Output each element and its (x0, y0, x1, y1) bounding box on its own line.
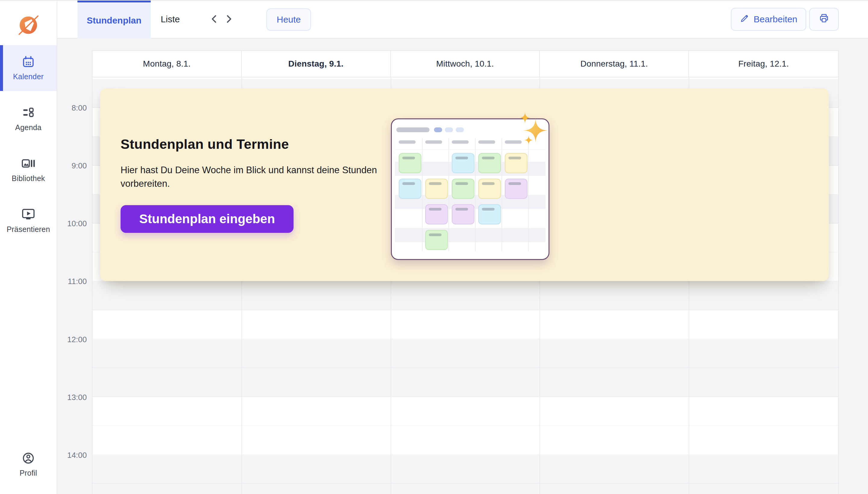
time-slot-row (93, 484, 838, 494)
mini-row-stripe (395, 162, 546, 176)
chevron-left-icon (210, 14, 219, 25)
mini-event-yellow (425, 178, 448, 199)
banner-title: Stundenplan und Termine (121, 136, 829, 152)
mini-event-label-pill (509, 182, 521, 185)
mini-event-purple (505, 178, 528, 199)
time-slot-row (93, 368, 838, 397)
mini-column-line (501, 138, 502, 251)
enter-timetable-button[interactable]: Stundenplan eingeben (121, 205, 294, 233)
mini-toolbar-pill (434, 128, 442, 132)
mini-event-blue (452, 153, 474, 173)
mini-event-label-pill (482, 182, 495, 185)
pencil-icon (740, 14, 749, 25)
tab-label: Stundenplan (87, 15, 142, 25)
mini-event-label-pill (429, 208, 442, 211)
sidebar-item-agenda[interactable]: Agenda (0, 96, 57, 142)
calendar-icon (22, 55, 35, 68)
person-circle-icon (22, 452, 35, 464)
mini-toolbar-pill (396, 128, 429, 132)
mini-event-label-pill (482, 157, 495, 159)
media-library-icon (21, 157, 35, 170)
mini-event-green (399, 153, 421, 173)
mini-column-line (528, 138, 529, 251)
sidebar: Kalender Agenda (0, 0, 57, 494)
active-indicator-bar (0, 45, 3, 91)
banner-body-text: Hier hast Du Deine Woche im Blick und ka… (121, 164, 401, 191)
tab-liste[interactable]: Liste (151, 0, 189, 39)
previous-week-button[interactable] (207, 12, 221, 26)
mini-event-label-pill (429, 182, 442, 185)
time-slot-row (93, 310, 838, 339)
sidebar-item-label: Profil (20, 469, 37, 477)
present-play-monitor-icon (21, 208, 35, 221)
sidebar-item-kalender[interactable]: Kalender (0, 45, 57, 91)
mini-column-line (448, 138, 449, 251)
day-header-4: Freitag, 12.1. (689, 51, 838, 77)
mini-event-label-pill (429, 233, 442, 236)
tab-stundenplan[interactable]: Stundenplan (77, 0, 151, 39)
mini-event-green (452, 178, 474, 199)
mini-event-purple (452, 204, 474, 224)
mini-event-purple (425, 204, 448, 224)
time-slot-row (93, 281, 838, 310)
mini-event-blue (478, 204, 501, 224)
day-header-1: Dienstag, 9.1. (242, 51, 391, 77)
mini-event-label-pill (456, 182, 468, 185)
mini-event-yellow (478, 178, 501, 199)
day-header-2: Mittwoch, 10.1. (391, 51, 540, 77)
today-button-label: Heute (277, 15, 301, 25)
mini-event-blue (399, 178, 421, 199)
sidebar-item-bibliothek[interactable]: Bibliothek (0, 147, 57, 193)
tab-label: Liste (161, 14, 180, 24)
mini-event-label-pill (456, 157, 468, 159)
mini-column-line (422, 138, 423, 251)
mini-toolbar-pill (445, 128, 453, 132)
time-slot-row (93, 397, 838, 426)
mini-event-label-pill (402, 182, 415, 185)
print-button[interactable] (809, 8, 839, 31)
day-header-0: Montag, 8.1. (93, 51, 242, 77)
sidebar-item-profil[interactable]: Profil (0, 443, 57, 486)
time-slot-row (93, 455, 838, 484)
chevron-right-icon (224, 14, 233, 25)
time-slot-row (93, 339, 838, 368)
mini-row-stripe (395, 228, 546, 242)
next-week-button[interactable] (222, 12, 236, 26)
agenda-list-icon (22, 106, 35, 119)
mini-event-label-pill (482, 208, 495, 211)
mini-event-label-pill (402, 157, 415, 159)
mini-column-line (475, 138, 476, 251)
onboarding-banner: Stundenplan und Termine Hier hast Du Dei… (100, 88, 829, 281)
today-button[interactable]: Heute (266, 8, 311, 31)
mini-event-green (478, 153, 501, 173)
mini-event-green (425, 230, 448, 250)
mini-toolbar-pill (456, 128, 464, 132)
sidebar-item-label: Präsentieren (7, 225, 50, 234)
sidebar-item-label: Kalender (13, 72, 44, 81)
topbar: Stundenplan Liste Heute Bearb (57, 0, 868, 39)
time-slot-row (93, 426, 838, 455)
sidebar-spacer (0, 249, 57, 443)
day-header-row: Montag, 8.1.Dienstag, 9.1.Mittwoch, 10.1… (92, 50, 839, 77)
quill-pen-logo-icon (17, 13, 40, 37)
edit-button-label: Bearbeiten (754, 14, 797, 24)
mini-event-label-pill (509, 157, 521, 159)
mini-event-label-pill (456, 208, 468, 211)
sidebar-item-label: Agenda (15, 123, 41, 132)
day-header-3: Donnerstag, 11.1. (540, 51, 689, 77)
edit-button[interactable]: Bearbeiten (731, 8, 806, 31)
app-window: Kalender Agenda (0, 0, 868, 494)
app-logo[interactable] (0, 0, 57, 45)
sidebar-item-label: Bibliothek (12, 174, 45, 183)
mini-event-yellow (505, 153, 528, 173)
mini-row-stripe (395, 195, 546, 209)
sidebar-item-praesentieren[interactable]: Präsentieren (0, 198, 57, 244)
printer-icon (818, 13, 829, 26)
